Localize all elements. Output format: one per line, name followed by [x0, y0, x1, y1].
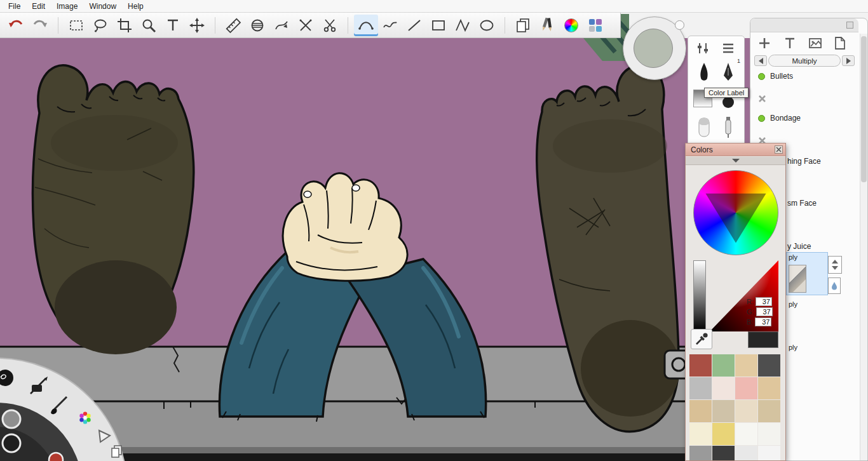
layer-name[interactable]: hing Face: [787, 157, 821, 166]
palette-swatch[interactable]: [712, 400, 735, 422]
palette-swatch[interactable]: [712, 423, 735, 445]
menu-image[interactable]: Image: [51, 1, 83, 12]
text-tool-button[interactable]: [161, 15, 185, 36]
palette-swatch[interactable]: [689, 400, 712, 422]
eyedropper-button[interactable]: [691, 329, 712, 349]
ellipse-tool-button[interactable]: [475, 15, 499, 36]
layer-visibility-dot[interactable]: [758, 73, 765, 80]
curve-tool-button[interactable]: [354, 15, 378, 36]
brush-preview-wheel[interactable]: [623, 17, 686, 80]
pen-tool[interactable]: 1: [717, 60, 739, 84]
eraser-tool[interactable]: [693, 115, 715, 140]
color-wheel-button[interactable]: [559, 15, 583, 36]
palette-swatch[interactable]: [712, 446, 735, 461]
scissors-button[interactable]: [318, 15, 342, 36]
menu-bar: File Edit Image Window Help: [0, 0, 868, 13]
palette-swatch[interactable]: [689, 354, 712, 377]
palette-swatch[interactable]: [689, 446, 712, 461]
palette-swatch[interactable]: [758, 354, 780, 377]
value-gradient-bar[interactable]: [693, 260, 706, 331]
lasso-button[interactable]: [88, 15, 112, 36]
move-button[interactable]: [185, 15, 209, 36]
left-foot-drawing: [32, 65, 193, 354]
blend-mode-select[interactable]: Multiply: [768, 55, 841, 67]
layer-clip-box[interactable]: [828, 277, 841, 294]
pencils-button[interactable]: [535, 15, 559, 36]
layers-scrollbar[interactable]: [860, 34, 867, 460]
layer-row[interactable]: Bullets: [758, 72, 793, 81]
b-label: B:: [747, 318, 753, 326]
ruler-button[interactable]: [221, 15, 245, 36]
palette-swatch[interactable]: [735, 377, 757, 399]
g-value-field[interactable]: 37: [756, 307, 773, 316]
wheel-button-black[interactable]: [3, 434, 20, 452]
palette-swatch[interactable]: [735, 423, 757, 445]
layer-name[interactable]: sm Face: [787, 199, 817, 208]
mixer-tab[interactable]: [695, 41, 711, 55]
layer-clip-toggle[interactable]: [757, 93, 768, 104]
freehand-curve-button[interactable]: [378, 15, 402, 36]
list-tab[interactable]: [720, 41, 736, 55]
swatches-button[interactable]: [583, 15, 607, 36]
toolbar-separator: [215, 17, 215, 34]
layers-panel-header: [750, 18, 858, 32]
palette-swatch[interactable]: [758, 446, 780, 461]
ink-brush-icon: [695, 62, 714, 83]
text-layer-button[interactable]: [781, 35, 799, 51]
color-wheel[interactable]: [693, 170, 778, 255]
palette-swatch[interactable]: [758, 377, 780, 399]
scrollbar-thumb[interactable]: [861, 36, 867, 182]
rect-select-button[interactable]: [64, 15, 88, 36]
airbrush-tool[interactable]: [717, 115, 739, 140]
layer-name[interactable]: y Juice: [787, 242, 811, 251]
palette-swatch[interactable]: [712, 377, 735, 399]
zoom-button[interactable]: [137, 15, 161, 36]
circle-guide-button[interactable]: [245, 15, 269, 36]
toolbar: [0, 13, 621, 38]
airbrush-icon: [719, 116, 738, 139]
crop-button[interactable]: [112, 15, 137, 36]
palette-swatch[interactable]: [758, 400, 780, 422]
add-layer-button[interactable]: [756, 35, 773, 51]
path-pen-button[interactable]: [269, 15, 294, 36]
palette-swatch[interactable]: [712, 354, 735, 377]
palette-swatch[interactable]: [689, 423, 712, 445]
polyline-tool-button[interactable]: [451, 15, 475, 36]
palette-swatch[interactable]: [735, 354, 757, 377]
new-page-button[interactable]: [831, 35, 848, 51]
blend-next-button[interactable]: [842, 55, 855, 66]
line-tool-button[interactable]: [402, 15, 426, 36]
close-button[interactable]: [775, 145, 783, 154]
image-layer-button[interactable]: [806, 35, 824, 51]
layer-thumbnail[interactable]: [789, 265, 806, 293]
current-color-swatch[interactable]: [748, 331, 778, 348]
palette-swatch[interactable]: [735, 400, 757, 422]
colors-panel-titlebar[interactable]: Colors: [686, 144, 785, 156]
undo-button[interactable]: [4, 15, 28, 36]
palette-swatch[interactable]: [689, 377, 712, 399]
panel-collapse-bar[interactable]: [686, 157, 785, 165]
right-arrow-icon: [846, 58, 851, 64]
layer-row[interactable]: Bondage: [758, 114, 801, 123]
blend-prev-button[interactable]: [754, 55, 767, 66]
layer-order-spinner[interactable]: [828, 256, 842, 274]
corner-tool-wheel[interactable]: [0, 353, 147, 461]
cross-curves-button[interactable]: [294, 15, 318, 36]
menu-help[interactable]: Help: [122, 1, 149, 12]
menu-window[interactable]: Window: [83, 1, 122, 12]
palette-swatch[interactable]: [758, 423, 780, 445]
menu-file[interactable]: File: [3, 1, 26, 12]
redo-button[interactable]: [28, 15, 52, 36]
panel-collapse-button[interactable]: [846, 22, 853, 29]
red-indicator-button[interactable]: [49, 453, 63, 461]
preview-handle[interactable]: [675, 20, 684, 30]
palette-swatch[interactable]: [735, 446, 757, 461]
layer-visibility-dot[interactable]: [758, 115, 765, 122]
ink-brush-tool[interactable]: [693, 60, 715, 84]
rectangle-tool-button[interactable]: [426, 15, 451, 36]
wheel-button-gray[interactable]: [3, 410, 20, 428]
b-value-field[interactable]: 37: [755, 317, 771, 326]
menu-edit[interactable]: Edit: [26, 1, 51, 12]
r-value-field[interactable]: 37: [756, 297, 772, 306]
copy-button[interactable]: [511, 15, 535, 36]
